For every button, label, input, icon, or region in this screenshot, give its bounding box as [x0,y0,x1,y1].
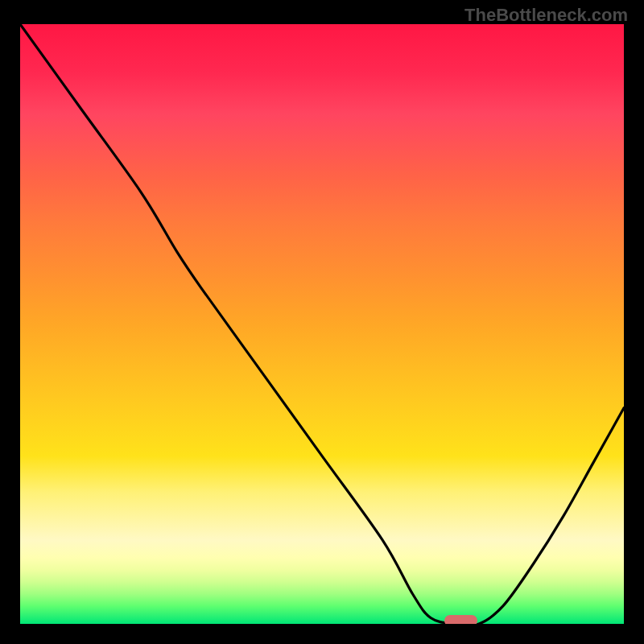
bottleneck-curve [20,24,624,624]
chart-container: TheBottleneck.com [0,0,644,644]
plot-area [20,24,624,624]
curve-svg [20,24,624,624]
watermark-text: TheBottleneck.com [464,5,628,26]
optimal-marker [444,615,477,624]
